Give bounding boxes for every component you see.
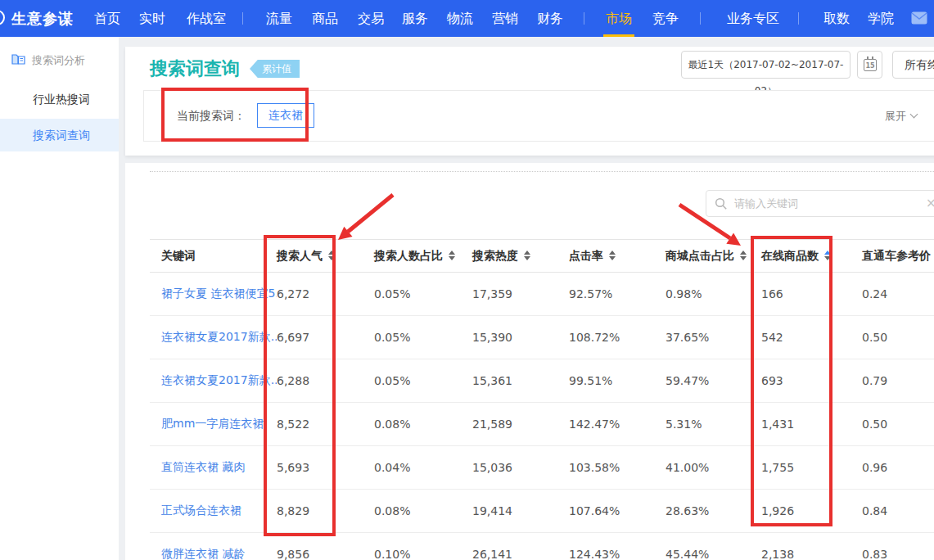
clear-search-icon[interactable]: × bbox=[926, 196, 934, 210]
table-row: 裙子女夏 连衣裙便宜5... 6,272 0.05% 17,359 92.57%… bbox=[150, 273, 934, 316]
search-words-table: 关键词 搜索人气 搜索人数占比 搜索热度 点击率 商城点击占比 在线商品数 直通… bbox=[150, 239, 934, 560]
nav-divider bbox=[584, 12, 584, 25]
column-header-ztc-reference-price[interactable]: 直通车参考价 bbox=[862, 240, 934, 273]
sort-icon[interactable] bbox=[609, 251, 616, 260]
nav-item-bizzone[interactable]: 业务专区 bbox=[727, 0, 779, 37]
nav-item-logistics[interactable]: 物流 bbox=[447, 0, 473, 37]
sort-icon[interactable] bbox=[740, 251, 747, 260]
nav-item-compete[interactable]: 竞争 bbox=[652, 0, 679, 37]
nav-item-product[interactable]: 商品 bbox=[312, 0, 338, 37]
nav-item-academy[interactable]: 学院 bbox=[868, 0, 894, 37]
expand-label: 展开 bbox=[885, 110, 906, 122]
nav-item-realtime[interactable]: 实时 bbox=[139, 0, 165, 37]
keyword-link[interactable]: 连衣裙女夏2017新款... bbox=[161, 373, 277, 386]
column-label: 点击率 bbox=[569, 249, 603, 262]
column-label: 搜索人气 bbox=[277, 249, 323, 262]
brand-name[interactable]: 生意参谋 bbox=[11, 0, 74, 37]
calendar-button[interactable]: 15 bbox=[857, 51, 882, 79]
column-header-search-heat[interactable]: 搜索热度 bbox=[472, 240, 569, 273]
keyword-link[interactable]: 直筒连衣裙 藏肉 bbox=[161, 460, 245, 473]
nav-divider bbox=[798, 12, 799, 25]
cell-ztc-price: 0.83 bbox=[862, 533, 934, 560]
cell-search-heat: 19,414 bbox=[472, 490, 569, 533]
cell-click-rate: 107.64% bbox=[569, 490, 666, 533]
expand-toggle[interactable]: 展开 bbox=[885, 91, 917, 141]
nav-item-data[interactable]: 取数 bbox=[823, 0, 850, 37]
current-keyword-tag[interactable]: 连衣裙 bbox=[257, 103, 314, 128]
cell-search-popularity: 6,288 bbox=[277, 359, 374, 403]
terminal-selector[interactable]: 所有终端 bbox=[892, 51, 934, 79]
cell-search-heat: 26,141 bbox=[472, 533, 569, 560]
mail-icon[interactable] bbox=[911, 11, 927, 28]
chevron-down-icon bbox=[910, 111, 918, 119]
brand-logo-icon bbox=[0, 10, 5, 25]
cell-online-products: 1,755 bbox=[761, 446, 862, 490]
cumulative-value-badge: 累计值 bbox=[250, 60, 300, 78]
cell-search-popularity: 6,697 bbox=[277, 316, 374, 359]
column-header-mall-click-ratio[interactable]: 商城点击占比 bbox=[666, 240, 761, 273]
keyword-link[interactable]: 正式场合连衣裙 bbox=[161, 504, 241, 517]
book-icon bbox=[11, 53, 25, 68]
table-row: 连衣裙女夏2017新款... 6,697 0.05% 15,390 108.72… bbox=[150, 316, 934, 359]
keyword-link[interactable]: 微胖连衣裙 减龄 bbox=[161, 547, 245, 560]
keyword-link[interactable]: 连衣裙女夏2017新款... bbox=[161, 330, 277, 343]
dotted-divider bbox=[150, 171, 934, 172]
nav-item-home[interactable]: 首页 bbox=[94, 0, 120, 37]
current-search-word-label: 当前搜索词： bbox=[177, 91, 246, 141]
sidebar-section-label: 搜索词分析 bbox=[32, 53, 85, 68]
keyword-link[interactable]: 裙子女夏 连衣裙便宜5... bbox=[161, 287, 277, 300]
nav-item-finance[interactable]: 财务 bbox=[537, 0, 563, 37]
cell-searcher-ratio: 0.08% bbox=[374, 490, 472, 533]
nav-item-traffic[interactable]: 流量 bbox=[266, 0, 292, 37]
sidebar-section-header: 搜索词分析 bbox=[0, 37, 119, 68]
sidebar-item-industry-hot-words[interactable]: 行业热搜词 bbox=[0, 83, 119, 115]
keyword-search-box: × bbox=[706, 190, 934, 217]
cell-mall-click-ratio: 37.65% bbox=[666, 316, 761, 359]
nav-item-marketing[interactable]: 营销 bbox=[492, 0, 518, 37]
column-header-click-rate[interactable]: 点击率 bbox=[569, 240, 666, 273]
sort-icon[interactable] bbox=[524, 251, 530, 260]
cell-ztc-price: 0.79 bbox=[862, 359, 934, 403]
cell-search-heat: 15,390 bbox=[472, 316, 569, 359]
page-header-panel: 搜索词查询 累计值 最近1天（2017-07-02~2017-07-02） 15… bbox=[125, 47, 934, 156]
column-label: 商城点击占比 bbox=[666, 249, 734, 262]
sort-icon[interactable] bbox=[328, 251, 335, 260]
nav-item-trade[interactable]: 交易 bbox=[358, 0, 384, 37]
cell-searcher-ratio: 0.05% bbox=[374, 316, 472, 359]
nav-item-warroom[interactable]: 作战室 bbox=[187, 0, 226, 37]
sort-icon[interactable] bbox=[449, 251, 455, 260]
keyword-link[interactable]: 肥mm一字肩连衣裙 bbox=[161, 417, 264, 430]
column-header-search-popularity[interactable]: 搜索人气 bbox=[277, 240, 374, 273]
cell-searcher-ratio: 0.10% bbox=[374, 533, 472, 560]
table-row: 直筒连衣裙 藏肉 5,693 0.04% 15,036 103.58% 41.0… bbox=[150, 446, 934, 490]
cell-online-products: 1,926 bbox=[761, 490, 862, 533]
cell-mall-click-ratio: 41.00% bbox=[666, 446, 761, 490]
cell-ztc-price: 0.50 bbox=[862, 403, 934, 446]
nav-item-service[interactable]: 服务 bbox=[402, 0, 428, 37]
cell-search-heat: 15,036 bbox=[472, 446, 569, 490]
sort-icon-active[interactable] bbox=[824, 251, 831, 260]
search-icon bbox=[715, 197, 728, 210]
cell-search-popularity: 5,693 bbox=[277, 446, 374, 490]
column-label: 直通车参考价 bbox=[862, 249, 931, 262]
cell-click-rate: 108.72% bbox=[569, 316, 666, 359]
column-label: 搜索人数占比 bbox=[374, 249, 443, 262]
cell-search-heat: 17,359 bbox=[472, 273, 569, 316]
results-panel: × 关键词 搜索人气 搜索人数占比 搜索热度 点击率 商城点击占比 在线商品数 … bbox=[125, 163, 934, 560]
table-row: 连衣裙女夏2017新款... 6,288 0.05% 15,361 99.51%… bbox=[150, 359, 934, 403]
nav-item-market[interactable]: 市场 bbox=[606, 0, 632, 37]
date-range-selector[interactable]: 最近1天（2017-07-02~2017-07-02） bbox=[681, 51, 851, 79]
current-search-word-card: 当前搜索词： 连衣裙 展开 bbox=[143, 90, 934, 142]
cell-ztc-price: 0.84 bbox=[862, 490, 934, 533]
sidebar-item-search-word-query[interactable]: 搜索词查询 bbox=[0, 119, 119, 151]
cell-searcher-ratio: 0.08% bbox=[374, 403, 472, 446]
cell-searcher-ratio: 0.04% bbox=[374, 446, 472, 490]
sidebar: 搜索词分析 行业热搜词 搜索词查询 bbox=[0, 37, 119, 560]
column-header-searcher-ratio[interactable]: 搜索人数占比 bbox=[374, 240, 472, 273]
column-header-online-products[interactable]: 在线商品数 bbox=[761, 240, 862, 273]
search-input[interactable] bbox=[734, 192, 914, 215]
column-header-keyword: 关键词 bbox=[150, 240, 277, 273]
cell-mall-click-ratio: 45.44% bbox=[666, 533, 761, 560]
cell-search-popularity: 8,522 bbox=[277, 403, 374, 446]
cell-online-products: 2,138 bbox=[761, 533, 862, 560]
